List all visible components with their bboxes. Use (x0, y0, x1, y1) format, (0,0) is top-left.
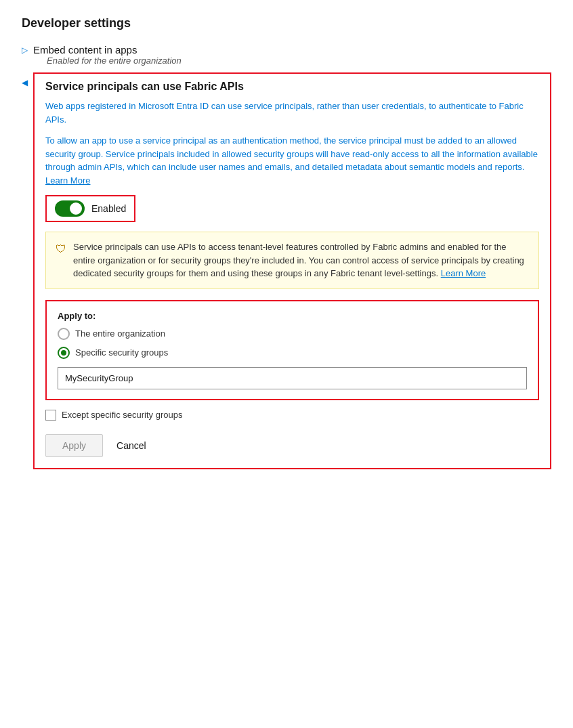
radio-entire-org-label: The entire organization (75, 328, 165, 339)
embed-content-title[interactable]: Embed content in apps (33, 44, 182, 56)
apply-to-label: Apply to: (58, 311, 527, 321)
learn-more-link-1[interactable]: Learn More (45, 175, 90, 186)
description-2: To allow an app to use a service princip… (45, 134, 539, 187)
description-1: Web apps registered in Microsoft Entra I… (45, 100, 539, 126)
learn-more-link-2[interactable]: Learn More (441, 268, 486, 278)
embed-content-subtitle: Enabled for the entire organization (47, 56, 182, 66)
radio-specific-groups-indicator (58, 347, 70, 359)
radio-entire-org[interactable]: The entire organization (58, 328, 527, 340)
toggle-label: Enabled (91, 203, 126, 214)
service-principals-chevron[interactable]: ◀ (22, 78, 28, 87)
apply-to-box: Apply to: The entire organization (45, 300, 539, 400)
radio-entire-org-indicator (58, 328, 70, 340)
enabled-toggle[interactable] (55, 200, 85, 217)
radio-specific-groups[interactable]: Specific security groups (58, 347, 527, 359)
radio-group: The entire organization Specific securit… (58, 328, 527, 359)
page-title: Developer settings (22, 16, 551, 30)
warning-text: Service principals can use APIs to acces… (73, 240, 529, 280)
except-checkbox[interactable] (45, 410, 56, 421)
except-row: Except specific security groups (45, 410, 539, 421)
warning-box: 🛡 Service principals can use APIs to acc… (45, 232, 539, 289)
service-principals-section: ◀ Service principals can use Fabric APIs… (22, 72, 551, 469)
cancel-button[interactable]: Cancel (114, 435, 149, 456)
warning-icon: 🛡 (56, 241, 66, 257)
service-principals-title: Service principals can use Fabric APIs (35, 74, 550, 100)
except-label: Except specific security groups (62, 410, 182, 420)
embed-chevron[interactable]: ▷ (22, 45, 28, 55)
embed-content-section: ▷ Embed content in apps Enabled for the … (22, 44, 551, 66)
security-group-input[interactable] (58, 367, 527, 389)
radio-specific-groups-label: Specific security groups (75, 347, 168, 358)
radio-dot (61, 350, 66, 356)
button-row: Apply Cancel (45, 434, 539, 457)
apply-button[interactable]: Apply (45, 434, 103, 457)
